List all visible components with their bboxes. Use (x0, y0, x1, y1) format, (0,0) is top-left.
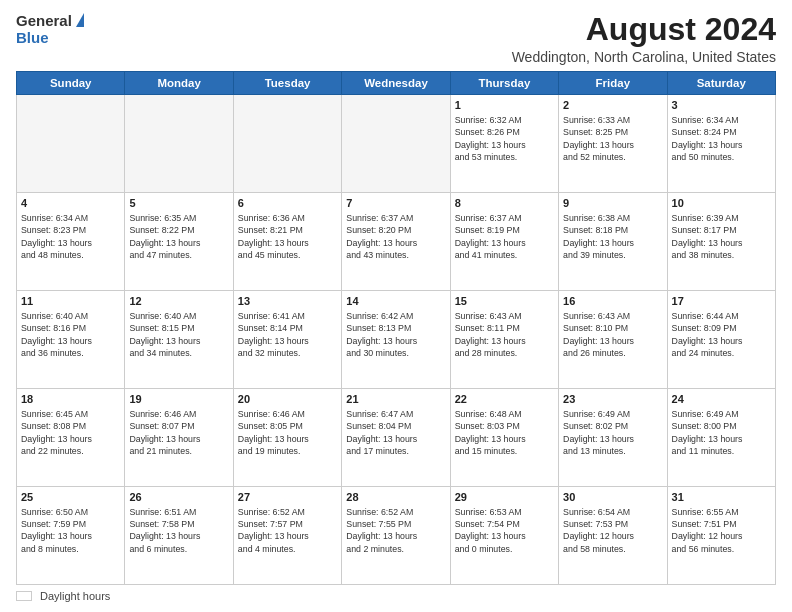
day-info: Sunrise: 6:48 AM Sunset: 8:03 PM Dayligh… (455, 408, 554, 457)
calendar-cell: 21Sunrise: 6:47 AM Sunset: 8:04 PM Dayli… (342, 389, 450, 487)
day-number: 6 (238, 196, 337, 211)
day-number: 1 (455, 98, 554, 113)
day-info: Sunrise: 6:34 AM Sunset: 8:23 PM Dayligh… (21, 212, 120, 261)
calendar-cell: 3Sunrise: 6:34 AM Sunset: 8:24 PM Daylig… (667, 95, 775, 193)
logo-general-text: General (16, 12, 72, 29)
day-number: 10 (672, 196, 771, 211)
calendar-cell: 5Sunrise: 6:35 AM Sunset: 8:22 PM Daylig… (125, 193, 233, 291)
day-number: 7 (346, 196, 445, 211)
day-number: 4 (21, 196, 120, 211)
day-info: Sunrise: 6:44 AM Sunset: 8:09 PM Dayligh… (672, 310, 771, 359)
week-row-5: 25Sunrise: 6:50 AM Sunset: 7:59 PM Dayli… (17, 487, 776, 585)
day-number: 15 (455, 294, 554, 309)
calendar-cell (125, 95, 233, 193)
calendar-cell: 9Sunrise: 6:38 AM Sunset: 8:18 PM Daylig… (559, 193, 667, 291)
day-number: 26 (129, 490, 228, 505)
calendar-cell: 29Sunrise: 6:53 AM Sunset: 7:54 PM Dayli… (450, 487, 558, 585)
day-info: Sunrise: 6:54 AM Sunset: 7:53 PM Dayligh… (563, 506, 662, 555)
day-number: 28 (346, 490, 445, 505)
day-number: 22 (455, 392, 554, 407)
day-number: 8 (455, 196, 554, 211)
day-number: 30 (563, 490, 662, 505)
calendar-cell (17, 95, 125, 193)
day-info: Sunrise: 6:51 AM Sunset: 7:58 PM Dayligh… (129, 506, 228, 555)
day-info: Sunrise: 6:38 AM Sunset: 8:18 PM Dayligh… (563, 212, 662, 261)
day-number: 16 (563, 294, 662, 309)
day-info: Sunrise: 6:43 AM Sunset: 8:10 PM Dayligh… (563, 310, 662, 359)
calendar-cell: 11Sunrise: 6:40 AM Sunset: 8:16 PM Dayli… (17, 291, 125, 389)
calendar-cell: 30Sunrise: 6:54 AM Sunset: 7:53 PM Dayli… (559, 487, 667, 585)
day-info: Sunrise: 6:39 AM Sunset: 8:17 PM Dayligh… (672, 212, 771, 261)
calendar-cell: 25Sunrise: 6:50 AM Sunset: 7:59 PM Dayli… (17, 487, 125, 585)
day-number: 2 (563, 98, 662, 113)
day-info: Sunrise: 6:41 AM Sunset: 8:14 PM Dayligh… (238, 310, 337, 359)
legend-label: Daylight hours (40, 590, 110, 602)
col-header-thursday: Thursday (450, 72, 558, 95)
col-header-sunday: Sunday (17, 72, 125, 95)
col-header-saturday: Saturday (667, 72, 775, 95)
col-header-tuesday: Tuesday (233, 72, 341, 95)
calendar-cell: 15Sunrise: 6:43 AM Sunset: 8:11 PM Dayli… (450, 291, 558, 389)
page-subtitle: Weddington, North Carolina, United State… (126, 49, 776, 65)
day-number: 5 (129, 196, 228, 211)
calendar-cell: 27Sunrise: 6:52 AM Sunset: 7:57 PM Dayli… (233, 487, 341, 585)
calendar-cell: 28Sunrise: 6:52 AM Sunset: 7:55 PM Dayli… (342, 487, 450, 585)
calendar-cell (233, 95, 341, 193)
day-number: 20 (238, 392, 337, 407)
header: General Blue August 2024 Weddington, Nor… (16, 12, 776, 65)
day-info: Sunrise: 6:34 AM Sunset: 8:24 PM Dayligh… (672, 114, 771, 163)
day-number: 17 (672, 294, 771, 309)
day-info: Sunrise: 6:49 AM Sunset: 8:00 PM Dayligh… (672, 408, 771, 457)
day-info: Sunrise: 6:32 AM Sunset: 8:26 PM Dayligh… (455, 114, 554, 163)
week-row-4: 18Sunrise: 6:45 AM Sunset: 8:08 PM Dayli… (17, 389, 776, 487)
calendar-cell: 18Sunrise: 6:45 AM Sunset: 8:08 PM Dayli… (17, 389, 125, 487)
col-header-wednesday: Wednesday (342, 72, 450, 95)
day-number: 13 (238, 294, 337, 309)
logo-triangle-icon (76, 13, 84, 27)
day-info: Sunrise: 6:37 AM Sunset: 8:19 PM Dayligh… (455, 212, 554, 261)
calendar-cell: 12Sunrise: 6:40 AM Sunset: 8:15 PM Dayli… (125, 291, 233, 389)
day-number: 18 (21, 392, 120, 407)
day-number: 11 (21, 294, 120, 309)
calendar-cell: 23Sunrise: 6:49 AM Sunset: 8:02 PM Dayli… (559, 389, 667, 487)
header-row: SundayMondayTuesdayWednesdayThursdayFrid… (17, 72, 776, 95)
calendar-table: SundayMondayTuesdayWednesdayThursdayFrid… (16, 71, 776, 585)
calendar-cell: 13Sunrise: 6:41 AM Sunset: 8:14 PM Dayli… (233, 291, 341, 389)
calendar-cell: 19Sunrise: 6:46 AM Sunset: 8:07 PM Dayli… (125, 389, 233, 487)
legend-box (16, 591, 32, 601)
calendar-cell: 22Sunrise: 6:48 AM Sunset: 8:03 PM Dayli… (450, 389, 558, 487)
logo: General (16, 12, 84, 29)
calendar-cell: 10Sunrise: 6:39 AM Sunset: 8:17 PM Dayli… (667, 193, 775, 291)
day-number: 21 (346, 392, 445, 407)
calendar-cell: 7Sunrise: 6:37 AM Sunset: 8:20 PM Daylig… (342, 193, 450, 291)
col-header-monday: Monday (125, 72, 233, 95)
day-info: Sunrise: 6:47 AM Sunset: 8:04 PM Dayligh… (346, 408, 445, 457)
legend: Daylight hours (16, 590, 776, 602)
col-header-friday: Friday (559, 72, 667, 95)
day-info: Sunrise: 6:53 AM Sunset: 7:54 PM Dayligh… (455, 506, 554, 555)
calendar-cell: 31Sunrise: 6:55 AM Sunset: 7:51 PM Dayli… (667, 487, 775, 585)
day-info: Sunrise: 6:52 AM Sunset: 7:57 PM Dayligh… (238, 506, 337, 555)
day-info: Sunrise: 6:40 AM Sunset: 8:16 PM Dayligh… (21, 310, 120, 359)
calendar-cell: 26Sunrise: 6:51 AM Sunset: 7:58 PM Dayli… (125, 487, 233, 585)
day-info: Sunrise: 6:37 AM Sunset: 8:20 PM Dayligh… (346, 212, 445, 261)
week-row-2: 4Sunrise: 6:34 AM Sunset: 8:23 PM Daylig… (17, 193, 776, 291)
day-info: Sunrise: 6:35 AM Sunset: 8:22 PM Dayligh… (129, 212, 228, 261)
calendar-cell: 24Sunrise: 6:49 AM Sunset: 8:00 PM Dayli… (667, 389, 775, 487)
day-info: Sunrise: 6:55 AM Sunset: 7:51 PM Dayligh… (672, 506, 771, 555)
title-area: August 2024 Weddington, North Carolina, … (126, 12, 776, 65)
calendar-cell: 8Sunrise: 6:37 AM Sunset: 8:19 PM Daylig… (450, 193, 558, 291)
calendar-cell: 14Sunrise: 6:42 AM Sunset: 8:13 PM Dayli… (342, 291, 450, 389)
day-info: Sunrise: 6:49 AM Sunset: 8:02 PM Dayligh… (563, 408, 662, 457)
day-info: Sunrise: 6:43 AM Sunset: 8:11 PM Dayligh… (455, 310, 554, 359)
day-info: Sunrise: 6:42 AM Sunset: 8:13 PM Dayligh… (346, 310, 445, 359)
logo-area: General Blue (16, 12, 126, 46)
day-number: 9 (563, 196, 662, 211)
calendar-page: General Blue August 2024 Weddington, Nor… (0, 0, 792, 612)
page-title: August 2024 (126, 12, 776, 47)
calendar-cell: 16Sunrise: 6:43 AM Sunset: 8:10 PM Dayli… (559, 291, 667, 389)
day-number: 27 (238, 490, 337, 505)
day-number: 31 (672, 490, 771, 505)
calendar-cell: 17Sunrise: 6:44 AM Sunset: 8:09 PM Dayli… (667, 291, 775, 389)
day-info: Sunrise: 6:36 AM Sunset: 8:21 PM Dayligh… (238, 212, 337, 261)
